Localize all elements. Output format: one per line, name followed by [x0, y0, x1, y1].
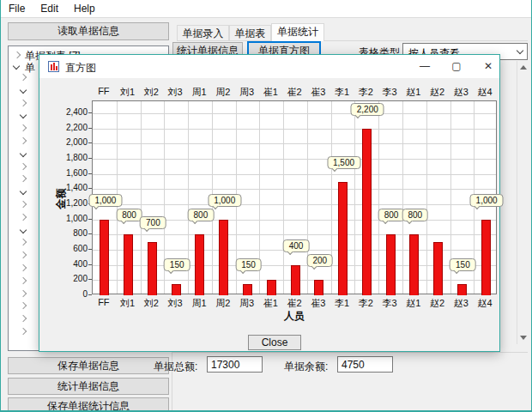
gridline-horizontal: [93, 174, 496, 175]
chevron-down-icon[interactable]: [13, 63, 20, 70]
histogram-dialog: 直方图 — ▢ ✕ FF刘1刘2刘3周1周2周3崔1崔2崔3李1李2李3赵1赵2…: [39, 54, 500, 352]
y-tick-mark: [88, 294, 92, 295]
x-tick-label: 赵1: [406, 297, 420, 310]
bar-周3: [243, 284, 252, 295]
app-window: FileEditHelp 读取单据信息 单据列表 [7] 单 单据录入单据表单据…: [0, 0, 532, 412]
read-documents-button[interactable]: 读取单据信息: [8, 22, 169, 40]
legend-label: 周1: [191, 86, 206, 99]
bar-周2: [219, 220, 228, 295]
bar-李2: [362, 129, 372, 295]
bar-刘1: [124, 234, 133, 295]
x-tick-label: FF: [98, 297, 109, 307]
tree-item[interactable]: 单: [25, 61, 35, 76]
y-tick-mark: [88, 158, 92, 159]
y-tick-mark: [88, 219, 92, 220]
x-tick-label: 赵4: [478, 297, 493, 310]
tab-单据表[interactable]: 单据表: [229, 25, 271, 41]
scroll-up-icon[interactable]: [520, 65, 527, 70]
value-callout: 1,500: [327, 156, 360, 169]
close-button[interactable]: Close: [248, 335, 301, 350]
chevron-right-icon[interactable]: [20, 289, 27, 296]
menu-item-help[interactable]: Help: [66, 0, 103, 15]
bar-刘3: [172, 284, 181, 295]
y-tick-label: 800: [45, 228, 88, 238]
menu-item-edit[interactable]: Edit: [33, 0, 66, 15]
chevron-down-icon[interactable]: [20, 188, 27, 195]
legend-label: 赵2: [430, 86, 444, 99]
x-tick-label: 周2: [215, 297, 230, 310]
total-amount-label: 单据总额:: [154, 360, 197, 374]
chevron-right-icon[interactable]: [20, 315, 27, 322]
chevron-right-icon[interactable]: [20, 175, 27, 182]
legend-label: 周3: [239, 86, 254, 99]
legend-label: 刘3: [168, 86, 183, 99]
legend-label: 刘2: [144, 86, 159, 99]
chevron-right-icon[interactable]: [20, 277, 27, 284]
chevron-down-icon[interactable]: [20, 226, 27, 233]
tab-单据统计[interactable]: 单据统计: [271, 23, 324, 41]
chevron-right-icon[interactable]: [20, 251, 27, 258]
dialog-titlebar[interactable]: 直方图 — ▢ ✕: [39, 55, 499, 78]
value-callout: 400: [283, 239, 310, 252]
y-tick-label: 600: [45, 244, 88, 253]
y-tick-mark: [88, 142, 92, 143]
bar-崔1: [267, 280, 276, 295]
chevron-right-icon[interactable]: [20, 239, 27, 245]
dialog-title: 直方图: [65, 61, 96, 76]
minimize-icon[interactable]: —: [408, 55, 442, 78]
chart-plot-area: [92, 100, 497, 294]
x-tick-label: 刘2: [144, 297, 159, 310]
value-callout: 150: [235, 258, 262, 271]
scroll-down-icon[interactable]: [520, 336, 527, 340]
y-tick-mark: [88, 188, 92, 189]
chevron-right-icon[interactable]: [20, 124, 27, 131]
chevron-down-icon: [517, 47, 523, 54]
tab-border: [177, 40, 528, 41]
bar-FF: [100, 220, 109, 295]
gridline-horizontal: [93, 159, 496, 160]
balance-label: 单据余额:: [284, 360, 328, 374]
chevron-down-icon[interactable]: [20, 112, 27, 118]
chevron-right-icon[interactable]: [20, 264, 27, 271]
balance-field[interactable]: 4750: [337, 356, 393, 373]
total-amount-field[interactable]: 17300: [207, 356, 263, 373]
chevron-right-icon[interactable]: [20, 328, 27, 335]
y-tick-mark: [88, 249, 92, 250]
bar-李1: [338, 182, 348, 296]
save-documents-button[interactable]: 保存单据信息: [8, 357, 169, 374]
chevron-down-icon[interactable]: [20, 87, 27, 94]
legend-label: 赵3: [454, 86, 469, 99]
y-tick-label: 2,400: [45, 107, 88, 117]
tab-单据录入[interactable]: 单据录入: [177, 25, 229, 41]
bar-崔2: [291, 265, 300, 295]
chart-icon: [48, 61, 59, 72]
chevron-right-icon[interactable]: [20, 162, 27, 169]
maximize-icon[interactable]: ▢: [439, 55, 474, 78]
chevron-right-icon[interactable]: [20, 137, 27, 144]
chevron-right-icon[interactable]: [20, 201, 27, 208]
x-tick-label: 李2: [359, 297, 373, 310]
bar-崔3: [314, 280, 323, 295]
legend-label: 赵4: [478, 86, 493, 99]
legend-label: 李2: [359, 86, 373, 99]
chevron-down-icon[interactable]: [20, 150, 27, 157]
chevron-right-icon[interactable]: [20, 214, 27, 221]
chevron-right-icon[interactable]: [20, 302, 27, 309]
vertical-scrollbar[interactable]: [517, 61, 528, 344]
x-tick-label: 赵3: [454, 297, 469, 310]
x-tick-label: 周3: [239, 297, 254, 310]
legend-label: FF: [98, 86, 109, 96]
save-stats-button[interactable]: 保存单据统计信息: [8, 397, 169, 412]
chevron-right-icon[interactable]: [20, 99, 27, 106]
y-tick-mark: [88, 279, 92, 280]
menu-item-file[interactable]: File: [1, 0, 33, 15]
y-tick-label: 2,000: [45, 137, 88, 147]
stats-documents-button[interactable]: 统计单据信息: [8, 378, 169, 395]
legend-label: 周2: [215, 86, 230, 99]
y-tick-label: 200: [45, 274, 88, 283]
close-icon[interactable]: ✕: [471, 55, 505, 78]
chevron-right-icon[interactable]: [14, 52, 21, 58]
value-callout: 800: [188, 209, 215, 221]
x-tick-label: 周1: [191, 297, 206, 310]
y-tick-label: 1,800: [45, 153, 88, 162]
